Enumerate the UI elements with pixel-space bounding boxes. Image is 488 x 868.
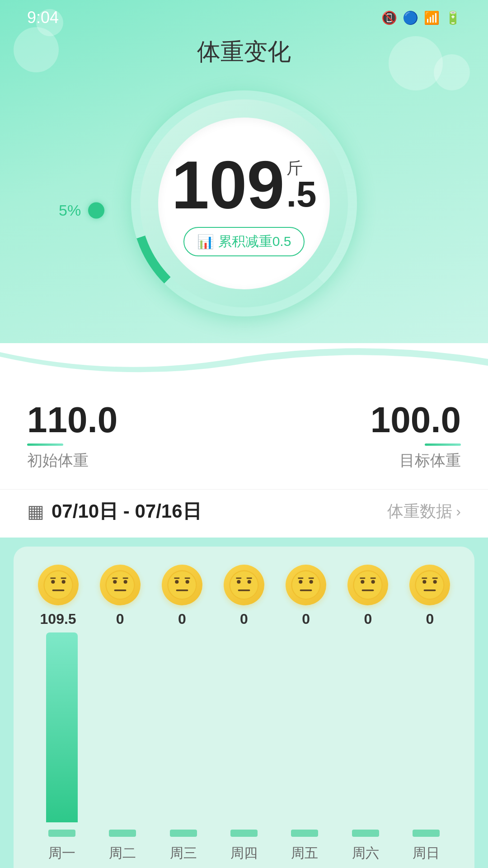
svg-point-38 [371,580,375,584]
day-column: 0 [89,565,151,627]
status-bar: 9:04 📵 🔵 📶 🔋 [0,0,488,32]
day-value: 0 [364,611,372,627]
day-value: 0 [240,611,248,627]
bar-column: 周三 [153,632,214,863]
bar-tick [170,830,197,837]
initial-weight-label: 初始体重 [27,450,117,471]
gauge-inner-circle: 109 斤 .5 📊 累积减重0.5 [158,118,330,289]
bar-wrapper [46,632,78,822]
svg-point-22 [230,571,258,599]
target-weight-stat: 100.0 目标体重 [371,402,461,471]
bar-chart: 周一周二周三周四周五周六周日 [27,637,461,863]
day-label: 周四 [230,844,258,863]
day-value: 0 [426,611,434,627]
chart-section: 109.5 0 0 0 [14,547,474,868]
svg-point-3 [61,580,65,584]
accumulate-badge[interactable]: 📊 累积减重0.5 [183,227,305,256]
day-column: 0 [151,565,213,627]
accumulate-icon: 📊 [197,234,214,250]
day-column: 109.5 [27,565,89,627]
date-range-section: ▦ 07/10日 - 07/16日 体重数据 › [0,489,488,538]
svg-point-43 [416,571,444,599]
status-icons: 📵 🔵 📶 🔋 [381,10,461,25]
svg-point-29 [292,571,320,599]
bar-column: 周二 [92,632,153,863]
day-value: 0 [116,611,124,627]
svg-point-1 [44,571,72,599]
emoji-face [162,565,202,605]
day-value: 0 [302,611,310,627]
emoji-face [224,565,264,605]
wave-divider [0,343,488,379]
bar-tick [48,830,75,837]
svg-point-9 [113,580,117,584]
bar-column: 周四 [214,632,274,863]
day-column: 0 [399,565,461,627]
bar-tick [352,830,379,837]
svg-point-8 [106,571,134,599]
emoji-face [347,565,388,605]
weight-unit-group: 斤 .5 [286,160,317,212]
bar-column: 周六 [335,632,395,863]
emoji-face [38,565,79,605]
day-column: 0 [275,565,337,627]
calendar-icon: ▦ [27,501,44,522]
chevron-right-icon: › [456,503,461,520]
day-label: 周六 [352,844,379,863]
bar-tick [109,830,136,837]
day-label: 周一 [48,844,75,863]
svg-point-44 [423,580,427,584]
svg-point-24 [248,580,251,584]
svg-point-23 [237,580,240,584]
percentage-indicator: 5% [59,202,104,219]
svg-point-45 [433,580,437,584]
accumulate-text: 累积减重0.5 [218,232,291,251]
svg-point-15 [169,571,196,599]
target-weight-value: 100.0 [371,402,461,438]
svg-point-16 [175,580,178,584]
bar-tick [291,830,318,837]
bar-tick [230,830,258,837]
svg-point-30 [299,580,302,584]
percentage-text: 5% [59,202,81,219]
weight-decimal: .5 [286,176,317,212]
gauge-middle-ring: 109 斤 .5 📊 累积减重0.5 [140,99,348,307]
weight-data-link[interactable]: 体重数据 › [387,500,461,523]
svg-point-37 [361,580,365,584]
emoji-face [286,565,326,605]
weight-display: 109 斤 .5 [172,151,317,219]
day-label: 周三 [170,844,197,863]
bar-tick [413,830,440,837]
weight-integer: 109 [172,151,285,219]
initial-weight-stat: 110.0 初始体重 [27,402,117,471]
chart-days-row: 109.5 0 0 0 [27,565,461,627]
svg-point-31 [310,580,313,584]
svg-point-2 [51,580,55,584]
gauge-outer-ring: 109 斤 .5 📊 累积减重0.5 [131,90,357,316]
emoji-face [409,565,450,605]
day-value: 0 [178,611,186,627]
day-column: 0 [213,565,275,627]
day-label: 周二 [109,844,136,863]
date-left: ▦ 07/10日 - 07/16日 [27,499,202,524]
day-column: 0 [337,565,399,627]
weight-data-label: 体重数据 [387,500,452,523]
decorative-bubble [36,9,63,36]
day-label: 周五 [291,844,318,863]
bar-column: 周日 [396,632,456,863]
emoji-face [100,565,141,605]
initial-weight-value: 110.0 [27,402,117,438]
date-range-text: 07/10日 - 07/16日 [52,499,202,524]
bar-column: 周一 [32,632,92,863]
stats-section: 110.0 初始体重 100.0 目标体重 [0,379,488,489]
svg-point-36 [354,571,382,599]
svg-point-10 [123,580,127,584]
target-weight-label: 目标体重 [371,450,461,471]
day-label: 周日 [413,844,440,863]
bar [46,632,78,822]
svg-point-17 [185,580,189,584]
initial-underline [27,443,63,446]
target-underline [425,443,461,446]
weight-gauge: 5% 109 斤 .5 📊 累积减重0.5 [0,77,488,344]
percent-dot [88,202,104,218]
